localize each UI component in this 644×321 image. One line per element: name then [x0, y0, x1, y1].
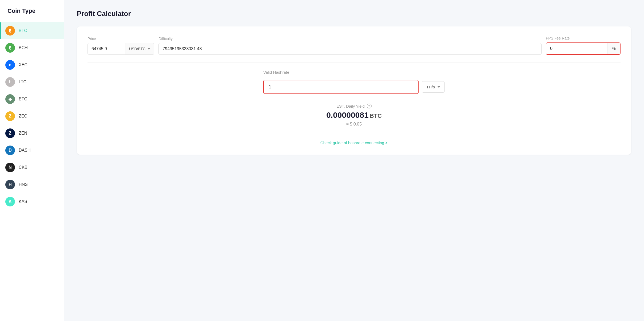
yield-usd: ≈ $ 0.05 — [346, 122, 362, 127]
sidebar: Coin Type ₿BTC₿BCHeXECŁLTC◆ETCZZECZZENDD… — [0, 0, 64, 321]
yield-section: EST. Daily Yield ? 0.00000081BTC ≈ $ 0.0… — [326, 104, 382, 127]
hns-icon: H — [5, 180, 15, 189]
page-title: Profit Calculator — [77, 10, 631, 18]
zec-name: ZEC — [19, 114, 27, 119]
zen-icon: Z — [5, 128, 15, 138]
dash-name: DASH — [19, 148, 30, 153]
sidebar-title: Coin Type — [0, 0, 64, 20]
kas-icon: K — [5, 197, 15, 206]
price-unit-chevron-icon — [148, 48, 150, 50]
pps-fee-input[interactable] — [546, 43, 607, 54]
hns-name: HNS — [19, 182, 28, 187]
yield-label: EST. Daily Yield — [336, 104, 365, 108]
zec-icon: Z — [5, 111, 15, 121]
xec-icon: e — [5, 60, 15, 70]
sidebar-item-bch[interactable]: ₿BCH — [0, 39, 64, 56]
sidebar-item-dash[interactable]: DDASH — [0, 142, 64, 159]
coin-list: ₿BTC₿BCHeXECŁLTC◆ETCZZECZZENDDASHNCKBHHN… — [0, 20, 64, 212]
bch-name: BCH — [19, 45, 28, 50]
hashrate-section: Valid Hashrate TH/s EST. Daily Yield ? 0… — [88, 70, 621, 145]
main-content: Profit Calculator Price USD/BTC Difficul… — [64, 0, 644, 321]
difficulty-group: Difficulty — [158, 37, 542, 55]
sidebar-item-zec[interactable]: ZZEC — [0, 108, 64, 125]
btc-name: BTC — [19, 28, 27, 33]
xec-name: XEC — [19, 62, 27, 67]
pps-fee-suffix: % — [607, 43, 620, 54]
ltc-name: LTC — [19, 80, 26, 84]
btc-icon: ₿ — [5, 26, 15, 36]
hashrate-input[interactable] — [264, 80, 418, 93]
sidebar-item-ckb[interactable]: NCKB — [0, 159, 64, 176]
hashrate-unit-selector[interactable]: TH/s — [422, 81, 445, 93]
hashrate-label: Valid Hashrate — [263, 70, 289, 75]
zen-name: ZEN — [19, 131, 27, 136]
ltc-icon: Ł — [5, 77, 15, 87]
price-input[interactable] — [88, 43, 125, 54]
price-unit-selector[interactable]: USD/BTC — [125, 43, 154, 54]
sidebar-item-zen[interactable]: ZZEN — [0, 125, 64, 142]
help-icon[interactable]: ? — [367, 104, 372, 108]
ckb-icon: N — [5, 163, 15, 172]
yield-amount: 0.00000081 — [326, 111, 369, 119]
price-input-wrapper: USD/BTC — [88, 43, 154, 55]
sidebar-item-kas[interactable]: KKAS — [0, 193, 64, 210]
price-group: Price USD/BTC — [88, 37, 154, 55]
guide-link[interactable]: Check guide of hashrate connecting > — [320, 140, 388, 145]
hashrate-unit-text: TH/s — [426, 85, 435, 89]
hashrate-input-wrapper — [263, 80, 419, 94]
yield-currency: BTC — [370, 112, 382, 119]
price-unit-text: USD/BTC — [129, 47, 145, 51]
etc-name: ETC — [19, 97, 27, 101]
section-divider — [88, 62, 621, 62]
price-label: Price — [88, 37, 154, 41]
pps-fee-label: PPS Fee Rate — [546, 36, 621, 40]
hashrate-input-row: TH/s — [263, 80, 445, 94]
difficulty-label: Difficulty — [158, 37, 542, 41]
ckb-name: CKB — [19, 165, 27, 170]
yield-label-row: EST. Daily Yield ? — [336, 104, 372, 108]
hashrate-unit-chevron-icon — [438, 86, 440, 88]
top-input-row: Price USD/BTC Difficulty PPS Fee Rate — [88, 36, 621, 55]
pps-fee-group: PPS Fee Rate % — [546, 36, 621, 55]
sidebar-item-etc[interactable]: ◆ETC — [0, 91, 64, 108]
calculator-card: Price USD/BTC Difficulty PPS Fee Rate — [77, 26, 631, 155]
difficulty-input[interactable] — [158, 43, 542, 55]
sidebar-item-ltc[interactable]: ŁLTC — [0, 73, 64, 91]
yield-value: 0.00000081BTC — [326, 111, 382, 120]
dash-icon: D — [5, 146, 15, 155]
sidebar-item-xec[interactable]: eXEC — [0, 56, 64, 73]
sidebar-item-hns[interactable]: HHNS — [0, 176, 64, 193]
sidebar-item-btc[interactable]: ₿BTC — [0, 22, 64, 39]
bch-icon: ₿ — [5, 43, 15, 53]
pps-fee-input-wrapper: % — [546, 42, 621, 55]
kas-name: KAS — [19, 199, 27, 204]
etc-icon: ◆ — [5, 94, 15, 104]
